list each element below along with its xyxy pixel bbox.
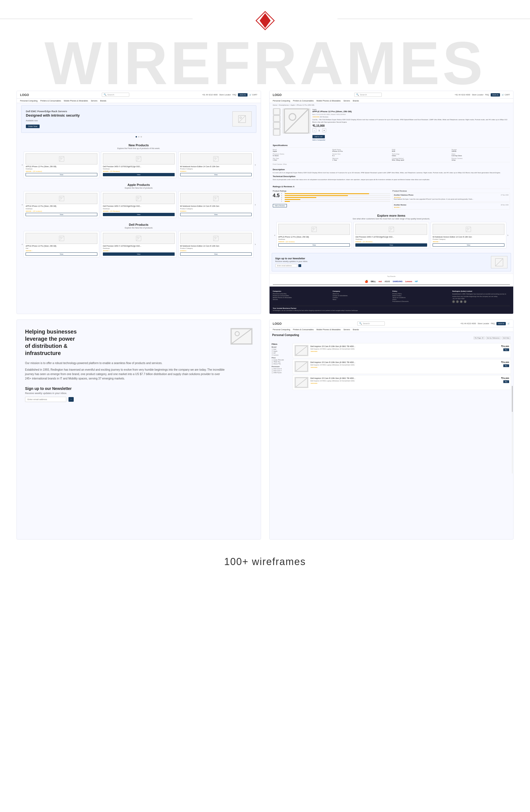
filter-amd[interactable]: AMD Ryzen (272, 372, 291, 373)
nav2-printers[interactable]: Printers & Consumables (293, 100, 314, 102)
footer-policy-3[interactable]: Terms & Conditions (392, 297, 450, 298)
nav-servers[interactable]: Servers (91, 100, 97, 102)
wf-search-1[interactable]: 🔍 Search (102, 93, 129, 97)
footer-policy-2[interactable]: Return Policy (392, 295, 450, 296)
next-arrow-2[interactable]: › (254, 203, 257, 206)
explore-card-btn-3[interactable]: View (433, 243, 504, 247)
apple-card-btn-3[interactable]: View (180, 213, 252, 216)
footer-company-2[interactable]: Groups & Subsidiaries (332, 295, 390, 296)
about-submit-btn[interactable]: › (69, 397, 74, 402)
new-products-section: New Products Explore the Fresh line up o… (17, 141, 261, 180)
explore-next[interactable]: › (506, 234, 510, 237)
newsletter-submit-btn[interactable]: › (298, 264, 301, 267)
card-btn-3[interactable]: View (180, 173, 252, 176)
prev-arrow-2[interactable]: ‹ (20, 203, 24, 206)
card-stars-2: ★★★★☆ (21 Reviews) (103, 170, 175, 172)
spec-val-charging: Wire, Marg rapid (392, 159, 450, 161)
footer-company-3[interactable]: Careers (332, 297, 390, 298)
dell-card-btn-2[interactable]: View (103, 252, 175, 256)
prev-arrow-1[interactable]: ‹ (20, 163, 24, 166)
explore-card-cat-3: Product Category (433, 238, 504, 240)
filter-apple[interactable]: Apple (272, 350, 291, 352)
next-arrow-1[interactable]: › (254, 163, 257, 166)
filter-i7[interactable]: Intel Core i7 (272, 370, 291, 372)
filter-price-3[interactable]: Above ₹1L (272, 363, 291, 365)
signin-btn-3[interactable]: SIGN IN (497, 322, 506, 325)
footer-policy-1[interactable]: Privacy Policy (392, 293, 450, 294)
nav-personal[interactable]: Personal Computing (20, 100, 38, 102)
apple-card-title-1: APPLE iPhone 12 Pro (Silver, 256 GB) (26, 205, 97, 207)
nav-brands[interactable]: Brands (100, 100, 106, 102)
social-fb[interactable]: f (452, 300, 455, 303)
signin-btn-2[interactable]: SIGN IN (491, 93, 500, 97)
filter-proc-title: Processor (272, 366, 291, 367)
spec-proc: Processor Series In-Store (273, 153, 331, 157)
thumb-3[interactable] (273, 122, 281, 128)
per-page-control[interactable]: Per Page: 20 (474, 336, 485, 339)
nav-printers[interactable]: Printers & Consumables (40, 100, 61, 102)
explore-prev[interactable]: ‹ (273, 234, 276, 237)
review-title-2: Another Review (394, 204, 406, 206)
apple-card-btn-1[interactable]: View (26, 213, 97, 216)
wf-search-3[interactable]: 🔍 Search (357, 321, 385, 325)
sort-control[interactable]: Sort by: Relevance (486, 336, 501, 339)
filter-hp[interactable]: HP (272, 352, 291, 354)
plp-buy-btn-2[interactable]: Buy (503, 364, 509, 367)
dot-1[interactable] (135, 136, 137, 137)
dot-3[interactable] (141, 136, 142, 137)
nav2-mobile[interactable]: Mobile Phones & Wearables (316, 100, 341, 102)
explore-card-btn-2[interactable]: View (355, 243, 427, 247)
card-btn-1[interactable]: View (26, 173, 97, 176)
footer-policy-4[interactable]: FAQ's (392, 299, 450, 300)
newsletter-email-input[interactable] (275, 264, 297, 267)
filter-lenovo[interactable]: Lenovo (272, 354, 291, 356)
footer-company-1[interactable]: About Us (332, 293, 390, 294)
qty-minus[interactable]: - (313, 128, 316, 132)
nav2-brands[interactable]: Brands (353, 100, 359, 102)
social-tw[interactable]: t (456, 300, 459, 303)
signin-btn-1[interactable]: SIGN IN (238, 93, 247, 97)
add-to-cart-btn[interactable]: Add to cart (313, 135, 325, 138)
card-btn-2[interactable]: View (103, 173, 175, 176)
hero-btn-1[interactable]: Order Now (26, 125, 40, 128)
nav-mobile[interactable]: Mobile Phones & Wearables (64, 100, 88, 102)
nav3-brands[interactable]: Brands (353, 329, 359, 331)
dell-card-btn-3[interactable]: View (180, 252, 252, 256)
view-control[interactable]: Grid View (502, 336, 511, 339)
about-email-input[interactable] (25, 397, 66, 402)
plp-buy-btn-1[interactable]: Buy (503, 348, 509, 351)
filter-price-2[interactable]: ₹50K-₹1L (272, 361, 291, 363)
filter-i5[interactable]: Intel Core i5 (272, 368, 291, 369)
filter-price-1[interactable]: Under ₹50,000 (272, 359, 291, 361)
thumb-4[interactable] (273, 129, 281, 135)
thumb-2[interactable] (273, 116, 281, 121)
footer-policy-5[interactable]: Promotions & Discounts (392, 301, 450, 302)
social-yt[interactable]: y (464, 300, 467, 303)
prev-arrow-3[interactable]: ‹ (20, 243, 24, 246)
footer-company-4[interactable]: News (332, 299, 390, 300)
footer-cat-3[interactable]: Mobile Phones & Wearables (273, 297, 331, 298)
apple-card-btn-2[interactable]: View (103, 213, 175, 216)
qty-plus[interactable]: + (323, 128, 326, 132)
add-to-compare[interactable]: Add to Comparelist (313, 139, 510, 141)
thumb-1[interactable] (273, 108, 281, 115)
footer-cat-4[interactable]: Servers (273, 299, 331, 300)
footer-cat-2[interactable]: Printers & Consumables (273, 295, 331, 296)
filter-dell[interactable]: Dell (272, 348, 291, 350)
dot-2[interactable] (138, 136, 140, 137)
nav3-printers[interactable]: Printers & Consumables (293, 329, 314, 331)
next-arrow-3[interactable]: › (254, 243, 257, 246)
explore-card-btn-1[interactable]: View (278, 243, 350, 247)
nav3-personal[interactable]: Personal Computing (273, 329, 290, 331)
nav3-mobile[interactable]: Mobile Phones & Wearables (316, 329, 341, 331)
social-in[interactable]: in (460, 300, 463, 303)
wf-search-2[interactable]: 🔍 Search (354, 93, 382, 97)
nav3-servers[interactable]: Servers (344, 329, 350, 331)
dell-card-btn-1[interactable]: View (26, 252, 97, 256)
nav2-servers[interactable]: Servers (344, 100, 350, 102)
nav2-personal[interactable]: Personal Computing (273, 100, 290, 102)
add-review-btn[interactable]: Add a Review (273, 204, 287, 207)
plp-buy-btn-3[interactable]: Buy (503, 380, 509, 383)
footer-cat-1[interactable]: Personal Computing (273, 293, 331, 294)
plp-img-3 (295, 377, 308, 388)
